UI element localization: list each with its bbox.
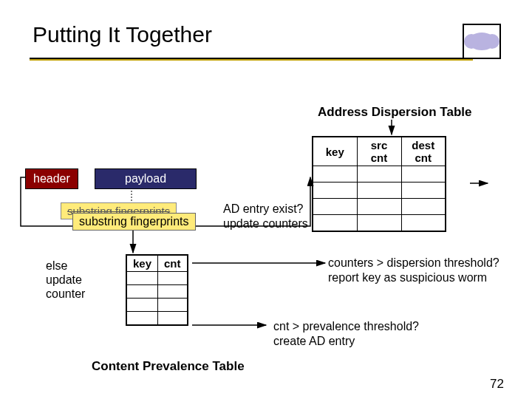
- update-counters: update counters: [223, 217, 308, 231]
- cpt-col-cnt: cnt: [158, 255, 188, 272]
- adt-table: key src cnt dest cnt: [312, 136, 446, 232]
- page-number: 72: [490, 377, 504, 392]
- adt-col-srccnt: src cnt: [357, 137, 401, 166]
- adt-label: Address Dispersion Table: [318, 105, 471, 120]
- cpt-table: key cnt: [126, 254, 188, 326]
- prevalence-threshold-text: cnt > prevalence threshold? create AD en…: [273, 319, 419, 349]
- packet-payload: payload: [95, 168, 197, 189]
- cloud-icon: [468, 33, 495, 50]
- cpt-col-key: key: [126, 255, 158, 272]
- else-update-counter: else update counter: [46, 259, 85, 301]
- adt-col-key: key: [313, 137, 357, 166]
- ad-entry-question: AD entry exist?: [223, 202, 303, 216]
- logo: [463, 24, 501, 59]
- dispersion-threshold-text: counters > dispersion threshold? report …: [328, 256, 499, 285]
- cpt-label: Content Prevalence Table: [92, 359, 245, 374]
- slide-title: Putting It Together: [33, 22, 212, 47]
- packet-header: header: [25, 168, 78, 189]
- substring-fingerprints-front: substring fingerprints: [72, 213, 196, 231]
- adt-col-destcnt: dest cnt: [401, 137, 446, 166]
- title-underline: [30, 58, 473, 61]
